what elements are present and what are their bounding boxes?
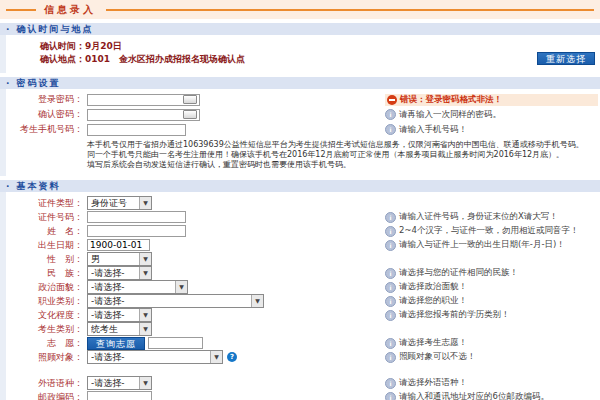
birthdate-row: 出生日期： i 请输入与证件上一致的出生日期(年-月-日)！ <box>6 238 600 252</box>
chevron-down-icon: ▼ <box>175 281 187 293</box>
ethnicity-row: 民 族： -请选择- ▼ i 请选择与您的证件相同的民族！ <box>6 266 600 280</box>
hint-text: i 请选择与您的证件相同的民族！ <box>385 267 518 279</box>
phone-field[interactable] <box>87 124 186 136</box>
password-section: 登录密码： 错误：登录密码格式非法！ 确认密码： i 请再输入一次同样的密码。 … <box>0 89 600 176</box>
info-icon: i <box>385 338 396 349</box>
chevron-down-icon: ▼ <box>139 323 151 335</box>
care-target-select[interactable]: -请选择- ▼ <box>87 350 223 364</box>
chevron-down-icon: ▼ <box>139 253 151 265</box>
education-row: 文化程度： -请选择- ▼ i 请选择您报考前的学历类别！ <box>6 308 600 322</box>
confirm-place: 确认地点：0101 金水区招办成招报名现场确认点 <box>6 53 600 66</box>
chevron-down-icon: ▼ <box>139 309 151 321</box>
hint-text: i 请选择考生志愿！ <box>385 337 467 349</box>
sms-note: 本手机号仅用于省招办通过10639639公益性短信息平台为考生提供招生考试短信息… <box>6 140 600 170</box>
id-number-row: 证件号码： i 请输入证件号码，身份证末位的X请大写！ <box>6 210 600 224</box>
info-icon: i <box>385 352 396 363</box>
page-title: 信息录入 <box>44 3 96 17</box>
info-icon: i <box>385 268 396 279</box>
title-rule-left <box>6 9 36 11</box>
chevron-down-icon: ▼ <box>139 197 151 209</box>
info-icon: i <box>385 296 396 307</box>
info-icon: i <box>385 310 396 321</box>
name-field[interactable] <box>87 225 186 237</box>
info-icon: i <box>385 282 396 293</box>
ethnicity-select[interactable]: -请选择- ▼ <box>87 266 152 280</box>
error-message: 错误：登录密码格式非法！ <box>385 94 598 106</box>
care-target-row: 照顾对象： -请选择- ▼ ? i 照顾对象可以不选！ <box>6 350 600 364</box>
education-select[interactable]: -请选择- ▼ <box>87 308 152 322</box>
gender-row: 性 别： 男 ▼ <box>6 252 600 266</box>
gender-select[interactable]: 男 ▼ <box>87 252 152 266</box>
reselect-button[interactable]: 重新选择 <box>537 52 595 65</box>
page-header: 信息录入 <box>0 0 600 19</box>
help-icon[interactable]: ? <box>227 352 237 362</box>
info-icon: i <box>385 226 396 237</box>
query-preference-button[interactable]: 查询志愿 <box>87 337 145 350</box>
confirm-section: 确认时间：9月20日 确认地点：0101 金水区招办成招报名现场确认点 重新选择 <box>0 35 600 73</box>
occupation-row: 职业类别： -请选择- ▼ i 请选择您的职业！ <box>6 294 600 308</box>
info-icon: i <box>385 240 396 251</box>
hint-text: i 请输入手机号码！ <box>385 124 467 136</box>
id-type-row: 证件类型： 身份证号 ▼ <box>6 196 600 210</box>
title-rule-right <box>106 9 594 11</box>
hint-text: i 请输入与证件上一致的出生日期(年-月-日)！ <box>385 239 565 251</box>
section-header-confirm: · 确认时间与地点 <box>0 23 600 35</box>
id-type-select[interactable]: 身份证号 ▼ <box>87 196 152 210</box>
occupation-select[interactable]: -请选择- ▼ <box>87 294 264 308</box>
political-status-row: 政治面貌： -请选择- ▼ i 请选择政治面貌！ <box>6 280 600 294</box>
political-status-select[interactable]: -请选择- ▼ <box>87 280 188 294</box>
basic-section: 证件类型： 身份证号 ▼ 证件号码： i 请输入证件号码，身份证末位的X请大写！… <box>0 192 600 400</box>
id-number-field[interactable] <box>87 211 186 223</box>
hint-text: i 照顾对象可以不选！ <box>385 351 476 363</box>
info-icon: i <box>385 109 396 120</box>
info-icon: i <box>385 392 396 400</box>
hint-text: i 请再输入一次同样的密码。 <box>385 109 501 121</box>
hint-text: i 请选择政治面貌！ <box>385 281 467 293</box>
section-header-password: · 密码设置 <box>0 77 600 89</box>
postcode-field[interactable] <box>87 391 152 400</box>
login-password-row: 登录密码： 错误：登录密码格式非法！ <box>6 92 600 107</box>
phone-row: 考生手机号码： i 请输入手机号码！ <box>6 122 600 137</box>
error-icon <box>387 95 397 105</box>
foreign-language-row: 外语语种： -请选择- ▼ i 请选择外语语种！ <box>6 376 600 390</box>
hint-text: i 请输入证件号码，身份证末位的X请大写！ <box>385 211 558 223</box>
birthdate-field[interactable] <box>87 239 150 251</box>
chevron-down-icon: ▼ <box>210 351 222 363</box>
info-icon: i <box>385 124 396 135</box>
hint-text: i 请选择外语语种！ <box>385 377 467 389</box>
confirm-time: 确认时间：9月20日 <box>6 40 600 53</box>
soft-keyboard-icon[interactable] <box>183 95 197 104</box>
chevron-down-icon: ▼ <box>139 267 151 279</box>
section-header-basic: · 基本资料 <box>0 180 600 192</box>
confirm-password-row: 确认密码： i 请再输入一次同样的密码。 <box>6 107 600 122</box>
soft-keyboard-icon[interactable] <box>183 110 197 119</box>
chevron-down-icon: ▼ <box>251 295 263 307</box>
postcode-row: 邮政编码： i 请输入和通讯地址对应的6位邮政编码。 <box>6 390 600 400</box>
hint-text: i 2~4个汉字，与证件一致，勿用相近或同音字！ <box>385 225 578 237</box>
info-icon: i <box>385 378 396 389</box>
name-row: 姓 名： i 2~4个汉字，与证件一致，勿用相近或同音字！ <box>6 224 600 238</box>
candidate-type-select[interactable]: 统考生 ▼ <box>87 322 152 336</box>
info-icon: i <box>385 212 396 223</box>
hint-text: i 请选择您报考前的学历类别！ <box>385 309 510 321</box>
candidate-type-row: 考生类别： 统考生 ▼ <box>6 322 600 336</box>
hint-text: i 请输入和通讯地址对应的6位邮政编码。 <box>385 391 549 400</box>
preference-row: 志 愿： 查询志愿 i 请选择考生志愿！ <box>6 336 600 350</box>
hint-text: i 请选择您的职业！ <box>385 295 467 307</box>
chevron-down-icon: ▼ <box>139 377 151 389</box>
foreign-language-select[interactable]: -请选择- ▼ <box>87 376 152 390</box>
preference-field[interactable] <box>148 337 203 349</box>
